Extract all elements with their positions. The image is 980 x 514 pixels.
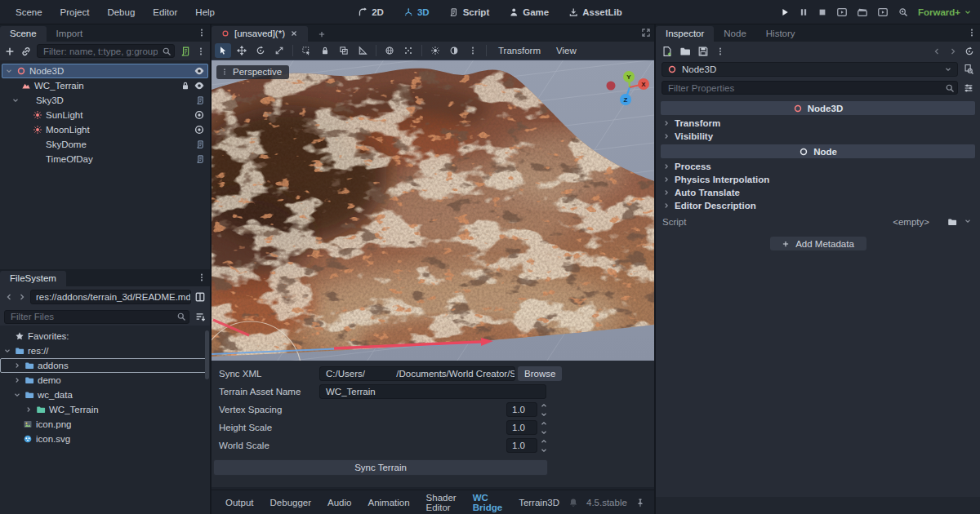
pause-button[interactable]	[799, 7, 808, 17]
chevron-down-icon[interactable]	[11, 96, 20, 104]
ruler-mode-button[interactable]	[354, 43, 371, 58]
add-metadata-button[interactable]: Add Metadata	[770, 237, 866, 250]
workspace-2d[interactable]: 2D	[352, 4, 390, 20]
bottom-tab-terrain3d[interactable]: Terrain3D	[511, 495, 567, 510]
fs-favorites[interactable]: Favorites:	[0, 329, 210, 343]
play-remote-debug-icon[interactable]	[836, 7, 848, 18]
vertex-spacing-stepper[interactable]	[540, 401, 548, 419]
tree-node-timeofday[interactable]: TimeOfDay	[0, 152, 210, 166]
chevron-down-icon[interactable]	[964, 217, 972, 225]
bottom-tab-shader-editor[interactable]: Shader Editor	[419, 490, 464, 514]
tool-move-button[interactable]	[234, 43, 250, 58]
spin-up-icon[interactable]	[540, 419, 548, 428]
renderer-settings-icon[interactable]	[898, 7, 909, 18]
fs-res-root[interactable]: res://	[0, 343, 210, 358]
script-badge-icon[interactable]	[195, 140, 205, 149]
visibility-dot-icon[interactable]	[194, 124, 205, 135]
local-space-button[interactable]	[381, 43, 398, 58]
distraction-free-icon[interactable]	[641, 28, 651, 38]
tool-rotate-button[interactable]	[252, 43, 269, 58]
new-resource-icon[interactable]	[662, 46, 673, 57]
script-load-folder-icon[interactable]	[947, 217, 957, 227]
open-docs-icon[interactable]	[963, 64, 974, 75]
bottom-tab-output[interactable]: Output	[218, 495, 261, 510]
lock-icon[interactable]	[180, 81, 190, 91]
height-scale-spinbox[interactable]: 1.0	[506, 420, 537, 435]
bottom-tab-audio[interactable]: Audio	[320, 495, 359, 510]
fs-icon-svg[interactable]: icon.svg	[0, 432, 210, 446]
tree-node-sunlight[interactable]: SunLight	[0, 108, 210, 122]
play-custom-scene-button[interactable]	[877, 7, 889, 18]
menu-help[interactable]: Help	[188, 4, 222, 20]
script-badge-icon[interactable]	[195, 154, 205, 164]
nav-forward-icon[interactable]	[17, 292, 27, 302]
terrain-asset-name-field[interactable]: WC_Terrain	[319, 384, 546, 399]
load-resource-icon[interactable]	[679, 46, 691, 57]
snap-mode-button[interactable]	[400, 43, 416, 58]
world-scale-spinbox[interactable]: 1.0	[506, 438, 537, 453]
tree-node-wc-terrain[interactable]: WC_Terrain	[0, 78, 210, 93]
group-editor-description[interactable]: Editor Description	[661, 199, 975, 212]
tool-scale-button[interactable]	[271, 43, 287, 58]
lock-selected-button[interactable]	[317, 43, 333, 58]
world-scale-stepper[interactable]	[540, 437, 548, 454]
nav-back-icon[interactable]	[4, 292, 14, 302]
play-button[interactable]	[780, 7, 790, 17]
notification-bell-icon[interactable]	[568, 498, 578, 507]
spin-down-icon[interactable]	[540, 428, 548, 436]
property-filter-input[interactable]	[662, 81, 958, 95]
filesystem-scrollbar[interactable]	[205, 330, 209, 379]
sync-xml-field[interactable]: C:/Users/ /Documents/World Creator/Sync/…	[319, 366, 515, 381]
file-filter-input[interactable]	[4, 310, 189, 324]
category-node3d[interactable]: Node3D	[661, 101, 975, 115]
chevron-right-icon[interactable]	[24, 405, 33, 414]
script-badge-icon[interactable]	[195, 95, 205, 105]
new-scene-tab-button[interactable]	[308, 28, 336, 42]
object-history-icon[interactable]	[964, 47, 974, 56]
tool-list-select-button[interactable]	[298, 43, 314, 58]
vertex-spacing-spinbox[interactable]: 1.0	[506, 402, 537, 417]
group-process[interactable]: Process	[661, 160, 975, 173]
tool-select-button[interactable]	[215, 43, 231, 58]
browse-button[interactable]: Browse	[518, 366, 562, 381]
save-resource-icon[interactable]	[697, 46, 709, 57]
menu-debug[interactable]: Debug	[100, 4, 142, 20]
menu-editor[interactable]: Editor	[145, 4, 185, 20]
history-forward-icon[interactable]	[948, 47, 958, 56]
chevron-down-icon[interactable]	[5, 67, 13, 75]
fs-addons[interactable]: addons	[0, 358, 207, 373]
workspace-3d[interactable]: 3D	[398, 4, 435, 20]
tab-filesystem[interactable]: FileSystem	[0, 271, 66, 286]
edited-object-selector[interactable]: Node3D	[662, 62, 958, 77]
attach-script-button[interactable]	[180, 46, 191, 57]
view-menu[interactable]: View	[550, 44, 583, 57]
bottom-tab-animation[interactable]: Animation	[360, 495, 416, 510]
tab-node[interactable]: Node	[714, 26, 756, 42]
renderer-selector[interactable]: Forward+	[918, 7, 972, 17]
dock-menu-icon[interactable]	[197, 28, 207, 38]
visibility-eye-icon[interactable]	[194, 65, 205, 77]
tab-inspector[interactable]: Inspector	[656, 26, 714, 42]
filter-options-icon[interactable]	[963, 82, 974, 94]
visibility-eye-icon[interactable]	[194, 80, 205, 91]
instantiate-scene-button[interactable]	[20, 46, 32, 57]
scene-filter-input[interactable]	[37, 44, 175, 58]
script-property-value[interactable]: <empty>	[893, 217, 929, 227]
preview-environment-button[interactable]	[446, 43, 462, 58]
group-auto-translate[interactable]: Auto Translate	[661, 186, 975, 199]
dock-menu-icon[interactable]	[967, 28, 977, 38]
menu-project[interactable]: Project	[53, 4, 97, 20]
tree-node-skydome[interactable]: SkyDome	[0, 137, 210, 152]
play-scene-button[interactable]	[857, 7, 868, 18]
fs-demo[interactable]: demo	[0, 373, 210, 388]
preview-settings-menu-icon[interactable]	[465, 43, 481, 58]
group-transform[interactable]: Transform	[661, 117, 975, 130]
sort-files-icon[interactable]	[194, 311, 206, 322]
scene-tab-unsaved[interactable]: [unsaved](*)	[212, 26, 308, 42]
sync-terrain-button[interactable]: Sync Terrain	[213, 459, 548, 476]
tab-history[interactable]: History	[756, 26, 805, 42]
stop-button[interactable]	[817, 7, 827, 17]
chevron-right-icon[interactable]	[13, 376, 21, 384]
spin-down-icon[interactable]	[540, 446, 548, 454]
dock-menu-icon[interactable]	[197, 273, 207, 282]
